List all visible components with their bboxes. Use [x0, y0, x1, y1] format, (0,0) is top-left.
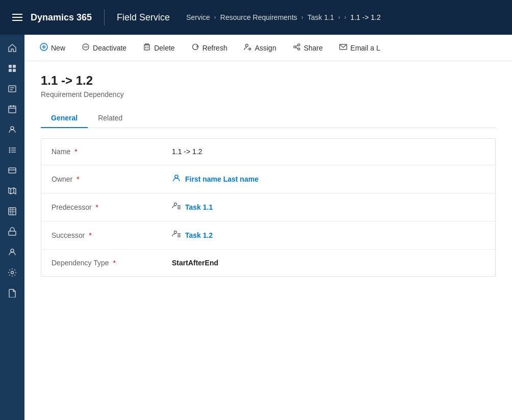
svg-rect-2: [9, 69, 12, 72]
page-subtitle: Requirement Dependency: [41, 90, 496, 98]
breadcrumb: Service › Resource Requirements › Task 1…: [186, 13, 380, 21]
calendar-icon[interactable]: [3, 100, 21, 118]
breadcrumb-current: 1.1 -> 1.2: [350, 13, 381, 21]
new-label: New: [51, 44, 65, 52]
successor-resource-icon: [172, 230, 181, 241]
share-label: Share: [304, 44, 323, 52]
hamburger-button[interactable]: [8, 12, 27, 23]
brand-separator: [104, 9, 105, 26]
refresh-icon: [191, 43, 199, 53]
list-icon[interactable]: [3, 141, 21, 159]
deactivate-button[interactable]: Deactivate: [74, 40, 134, 56]
svg-rect-4: [9, 86, 16, 92]
value-name: 1.1 -> 1.2: [164, 143, 495, 160]
svg-point-48: [174, 203, 177, 205]
dynamics-label: Dynamics 365: [31, 12, 92, 23]
svg-point-12: [9, 147, 11, 149]
form-row-name: Name * 1.1 -> 1.2: [41, 139, 495, 165]
email-button[interactable]: Email a L: [332, 40, 387, 56]
form-row-predecessor: Predecessor * Task 1.1: [41, 193, 495, 221]
value-dependency-type: StartAfterEnd: [164, 255, 495, 271]
svg-rect-1: [13, 65, 16, 68]
tabs: General Related: [41, 109, 496, 128]
svg-rect-7: [9, 106, 16, 113]
assign-button[interactable]: Assign: [237, 40, 284, 56]
app-layout: New Deactivate Delete Refresh: [0, 35, 512, 420]
breadcrumb-sep-1: ›: [214, 14, 216, 21]
breadcrumb-sep-3: ›: [338, 14, 340, 21]
breadcrumb-task-1-1[interactable]: Task 1.1: [308, 13, 334, 21]
topbar: Dynamics 365 Field Service Service › Res…: [0, 0, 512, 35]
value-predecessor: Task 1.1: [164, 197, 495, 217]
deactivate-label: Deactivate: [93, 44, 126, 52]
deactivate-icon: [82, 43, 90, 53]
owner-person-icon: [172, 174, 181, 185]
assign-icon: [244, 43, 252, 53]
breadcrumb-sep-4: ›: [344, 14, 346, 21]
required-name: *: [74, 147, 77, 156]
document-icon[interactable]: [3, 284, 21, 302]
breadcrumb-service[interactable]: Service: [186, 13, 210, 21]
share-icon: [293, 43, 301, 53]
required-successor: *: [89, 231, 91, 239]
delete-button[interactable]: Delete: [136, 40, 182, 56]
brand: Dynamics 365 Field Service: [31, 9, 170, 26]
tab-related[interactable]: Related: [88, 109, 133, 128]
page-content: 1.1 -> 1.2 Requirement Dependency Genera…: [24, 61, 512, 420]
refresh-label: Refresh: [202, 44, 227, 52]
svg-rect-28: [9, 231, 16, 235]
page-title: 1.1 -> 1.2: [41, 73, 496, 88]
label-predecessor: Predecessor *: [41, 199, 164, 215]
label-owner: Owner *: [41, 171, 164, 187]
successor-value[interactable]: Task 1.2: [185, 231, 213, 239]
required-dependency-type: *: [113, 259, 116, 267]
breadcrumb-sep-2: ›: [301, 14, 303, 21]
breadcrumb-resource-requirements[interactable]: Resource Requirements: [220, 13, 297, 21]
email-label: Email a L: [350, 44, 380, 52]
map-icon[interactable]: [3, 182, 21, 200]
svg-marker-20: [9, 188, 16, 194]
schedule-icon[interactable]: [3, 202, 21, 220]
svg-point-29: [11, 249, 14, 252]
owner-value[interactable]: First name Last name: [185, 175, 259, 183]
dependency-type-text: StartAfterEnd: [172, 259, 218, 267]
name-text: 1.1 -> 1.2: [172, 147, 202, 156]
email-icon: [339, 43, 347, 53]
predecessor-value[interactable]: Task 1.1: [185, 203, 213, 211]
svg-rect-3: [13, 69, 16, 72]
assign-label: Assign: [255, 44, 276, 52]
people-icon[interactable]: [3, 120, 21, 139]
form-row-owner: Owner * First name Last name: [41, 165, 495, 193]
svg-rect-36: [144, 45, 149, 50]
user-icon[interactable]: [3, 243, 21, 261]
label-name: Name *: [41, 143, 164, 160]
fieldservice-label: Field Service: [117, 12, 170, 23]
command-bar: New Deactivate Delete Refresh: [24, 35, 512, 61]
svg-point-41: [298, 44, 300, 46]
tasks-icon[interactable]: [3, 80, 21, 98]
inventory-icon[interactable]: [3, 223, 21, 241]
svg-point-42: [294, 46, 296, 48]
sidebar: [0, 35, 24, 420]
new-button[interactable]: New: [33, 40, 72, 56]
settings-icon[interactable]: [3, 263, 21, 282]
card-icon[interactable]: [3, 161, 21, 180]
svg-point-16: [9, 152, 11, 153]
predecessor-resource-icon: [172, 202, 181, 213]
required-predecessor: *: [95, 203, 98, 211]
svg-point-14: [9, 150, 11, 151]
svg-point-43: [298, 48, 300, 50]
tab-general[interactable]: General: [41, 109, 88, 128]
form-row-successor: Successor * Task 1.2: [41, 221, 495, 250]
svg-line-44: [296, 45, 298, 46]
svg-line-45: [296, 47, 298, 48]
value-owner: First name Last name: [164, 169, 495, 189]
svg-rect-18: [9, 168, 16, 173]
svg-point-47: [175, 175, 178, 178]
dashboard-icon[interactable]: [3, 59, 21, 78]
home-icon[interactable]: [3, 39, 21, 57]
label-successor: Successor *: [41, 227, 164, 243]
share-button[interactable]: Share: [286, 40, 330, 56]
delete-label: Delete: [154, 44, 174, 52]
refresh-button[interactable]: Refresh: [184, 40, 235, 56]
